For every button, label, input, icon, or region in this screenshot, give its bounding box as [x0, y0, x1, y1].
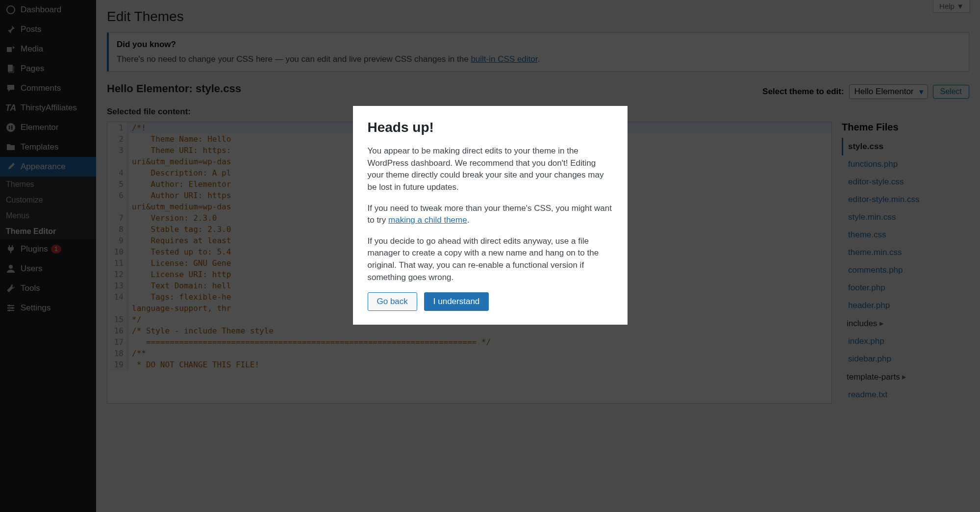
modal-overlay: Heads up! You appear to be making direct…: [0, 0, 980, 512]
modal-title: Heads up!: [368, 120, 613, 135]
warning-modal: Heads up! You appear to be making direct…: [353, 106, 628, 325]
modal-paragraph-2: If you need to tweak more than your them…: [368, 203, 613, 227]
go-back-button[interactable]: Go back: [368, 292, 417, 311]
modal-paragraph-3: If you decide to go ahead with direct ed…: [368, 235, 613, 284]
modal-paragraph-1: You appear to be making direct edits to …: [368, 145, 613, 194]
understand-button[interactable]: I understand: [424, 292, 489, 311]
child-theme-link[interactable]: making a child theme: [388, 215, 467, 225]
